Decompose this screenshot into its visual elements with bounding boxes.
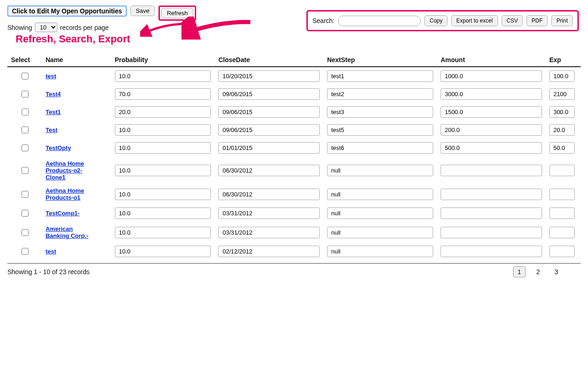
opportunity-name-link[interactable]: test bbox=[45, 248, 56, 255]
edit-title-button[interactable]: Click to Edit My Open Opportunities bbox=[7, 6, 127, 17]
refresh-button[interactable]: Refresh bbox=[161, 8, 193, 18]
opportunity-name-link[interactable]: Test bbox=[45, 126, 57, 133]
amount-input[interactable] bbox=[441, 165, 542, 176]
row-select-checkbox[interactable] bbox=[22, 91, 28, 98]
exp-input[interactable] bbox=[549, 124, 575, 136]
table-row: test bbox=[7, 67, 581, 85]
nextstep-input[interactable] bbox=[327, 246, 433, 257]
showing-prefix: Showing bbox=[7, 24, 32, 31]
amount-input[interactable] bbox=[441, 124, 542, 136]
probability-input[interactable] bbox=[115, 165, 211, 176]
table-row: American Banking Corp.- bbox=[7, 222, 581, 242]
nextstep-input[interactable] bbox=[327, 70, 433, 82]
copy-button[interactable]: Copy bbox=[424, 15, 447, 26]
export-excel-button[interactable]: Export to excel bbox=[451, 15, 498, 26]
row-select-checkbox[interactable] bbox=[22, 167, 28, 174]
closedate-input[interactable] bbox=[218, 142, 319, 154]
closedate-input[interactable] bbox=[218, 165, 319, 176]
exp-input[interactable] bbox=[549, 246, 575, 257]
records-per-page-select[interactable]: 10 bbox=[35, 23, 57, 32]
table-row: Test bbox=[7, 121, 581, 139]
row-select-checkbox[interactable] bbox=[22, 126, 28, 133]
row-select-checkbox[interactable] bbox=[22, 248, 28, 255]
opportunity-name-link[interactable]: TestComp1- bbox=[45, 210, 79, 217]
nextstep-input[interactable] bbox=[327, 106, 433, 118]
amount-input[interactable] bbox=[441, 227, 542, 238]
exp-input[interactable] bbox=[549, 189, 575, 200]
col-select: Select bbox=[7, 53, 42, 67]
print-button[interactable]: Print bbox=[551, 15, 573, 26]
row-select-checkbox[interactable] bbox=[22, 109, 28, 115]
pdf-button[interactable]: PDF bbox=[526, 15, 548, 26]
amount-input[interactable] bbox=[441, 142, 542, 154]
page-2[interactable]: 2 bbox=[532, 267, 544, 277]
nextstep-input[interactable] bbox=[327, 227, 433, 238]
opportunity-name-link[interactable]: Test4 bbox=[45, 91, 61, 98]
col-amount: Amount bbox=[437, 53, 545, 67]
page-3[interactable]: 3 bbox=[550, 267, 562, 277]
probability-input[interactable] bbox=[115, 88, 211, 100]
exp-input[interactable] bbox=[549, 207, 575, 219]
probability-input[interactable] bbox=[115, 189, 211, 200]
exp-input[interactable] bbox=[549, 165, 575, 176]
exp-input[interactable] bbox=[549, 88, 575, 100]
page-1[interactable]: 1 bbox=[513, 266, 526, 277]
opportunity-name-link[interactable]: American Banking Corp.- bbox=[45, 225, 96, 239]
nextstep-input[interactable] bbox=[327, 124, 433, 136]
opportunity-name-link[interactable]: Aethna Home Products-o2-Clone1 bbox=[45, 160, 96, 181]
row-select-checkbox[interactable] bbox=[22, 229, 28, 236]
closedate-input[interactable] bbox=[218, 106, 319, 118]
amount-input[interactable] bbox=[441, 189, 542, 200]
search-input[interactable] bbox=[338, 16, 421, 26]
probability-input[interactable] bbox=[115, 142, 211, 154]
exp-input[interactable] bbox=[549, 142, 575, 154]
exp-input[interactable] bbox=[549, 227, 575, 238]
probability-input[interactable] bbox=[115, 70, 211, 82]
opportunity-name-link[interactable]: test bbox=[45, 73, 56, 80]
row-select-checkbox[interactable] bbox=[22, 73, 28, 80]
closedate-input[interactable] bbox=[218, 246, 319, 257]
annotation-text: Refresh, Search, Export bbox=[16, 33, 130, 45]
table-row: TestOpty bbox=[7, 139, 581, 157]
opportunity-name-link[interactable]: Aethna Home Products-o1 bbox=[45, 187, 96, 201]
exp-input[interactable] bbox=[549, 106, 575, 118]
col-closedate: CloseDate bbox=[215, 53, 323, 67]
col-exp: Exp bbox=[546, 53, 581, 67]
row-select-checkbox[interactable] bbox=[22, 191, 28, 198]
closedate-input[interactable] bbox=[218, 227, 319, 238]
csv-button[interactable]: CSV bbox=[502, 15, 523, 26]
nextstep-input[interactable] bbox=[327, 207, 433, 219]
table-row: Aethna Home Products-o1 bbox=[7, 184, 581, 204]
nextstep-input[interactable] bbox=[327, 88, 433, 100]
probability-input[interactable] bbox=[115, 227, 211, 238]
amount-input[interactable] bbox=[441, 207, 542, 219]
amount-input[interactable] bbox=[441, 106, 542, 118]
opportunity-name-link[interactable]: TestOpty bbox=[45, 144, 71, 151]
records-suffix: records per page bbox=[60, 24, 109, 31]
probability-input[interactable] bbox=[115, 124, 211, 136]
closedate-input[interactable] bbox=[218, 124, 319, 136]
nextstep-input[interactable] bbox=[327, 189, 433, 200]
probability-input[interactable] bbox=[115, 207, 211, 219]
col-name: Name bbox=[42, 53, 111, 67]
amount-input[interactable] bbox=[441, 88, 542, 100]
closedate-input[interactable] bbox=[218, 70, 319, 82]
save-button[interactable]: Save bbox=[130, 6, 155, 16]
row-select-checkbox[interactable] bbox=[22, 144, 28, 151]
probability-input[interactable] bbox=[115, 106, 211, 118]
opportunities-table: Select Name Probability CloseDate NextSt… bbox=[7, 53, 581, 260]
col-nextstep: NextStep bbox=[323, 53, 437, 67]
closedate-input[interactable] bbox=[218, 189, 319, 200]
amount-input[interactable] bbox=[441, 246, 542, 257]
probability-input[interactable] bbox=[115, 246, 211, 257]
closedate-input[interactable] bbox=[218, 207, 319, 219]
table-row: Aethna Home Products-o2-Clone1 bbox=[7, 157, 581, 184]
exp-input[interactable] bbox=[549, 70, 575, 82]
opportunity-name-link[interactable]: Test1 bbox=[45, 109, 61, 115]
nextstep-input[interactable] bbox=[327, 165, 433, 176]
nextstep-input[interactable] bbox=[327, 142, 433, 154]
closedate-input[interactable] bbox=[218, 88, 319, 100]
row-select-checkbox[interactable] bbox=[22, 210, 28, 217]
search-export-toolbar: Search: Copy Export to excel CSV PDF Pri… bbox=[306, 10, 579, 31]
amount-input[interactable] bbox=[441, 70, 542, 82]
